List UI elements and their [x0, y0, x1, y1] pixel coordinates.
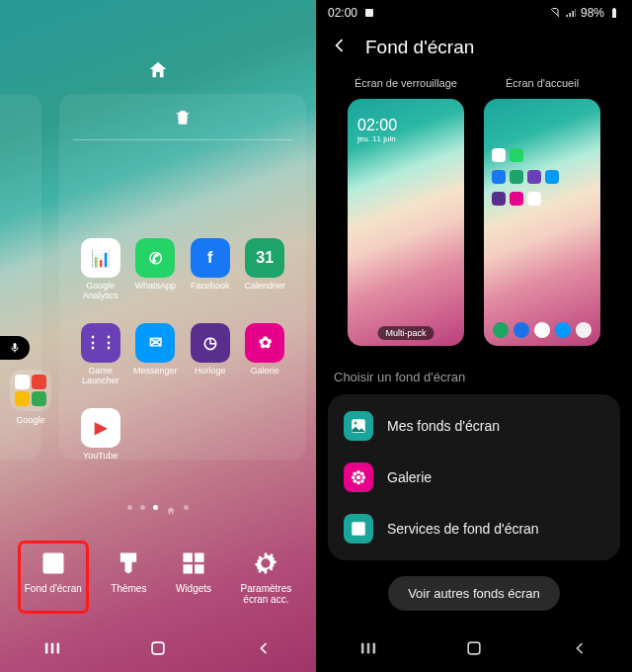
wallpaper-settings-screen: 02:00 98% Fond d'écran Écran de verrouil…	[316, 0, 632, 672]
app-label: YouTube	[83, 452, 118, 462]
status-bar: 02:00 98%	[316, 0, 632, 26]
app-label: Game Launcher	[73, 367, 128, 386]
header: Fond d'écran	[316, 26, 632, 77]
folder-label: Google	[10, 415, 51, 425]
home-editor-screen: 📊Google Analytics✆WhatsAppfFacebook31Cal…	[0, 0, 316, 672]
back-button[interactable]	[570, 638, 590, 662]
page-title: Fond d'écran	[365, 37, 474, 58]
app-label: Facebook	[191, 282, 230, 292]
lockscreen-preview[interactable]: Écran de verrouillage 02:00 jeu. 11 juin…	[348, 77, 464, 346]
wallpaper-source-list: Mes fonds d'écranGalerieServices de fond…	[328, 394, 620, 560]
homescreen-preview[interactable]: Écran d'accueil	[484, 77, 600, 346]
app-label: Horloge	[195, 367, 226, 377]
option-services-de-fond-d-cran[interactable]: Services de fond d'écran	[328, 503, 620, 554]
action-thèmes[interactable]: Thèmes	[105, 542, 152, 613]
svg-rect-5	[195, 564, 203, 573]
svg-rect-6	[152, 642, 164, 654]
back-button[interactable]	[254, 638, 274, 662]
svg-point-14	[356, 480, 360, 484]
svg-rect-9	[613, 8, 615, 9]
svg-rect-8	[612, 9, 616, 18]
app-messenger[interactable]: ✉Messenger	[128, 323, 184, 386]
option-label: Services de fond d'écran	[387, 521, 539, 537]
svg-point-11	[355, 422, 357, 425]
svg-rect-4	[184, 564, 193, 573]
android-navbar	[316, 629, 632, 672]
option-label: Galerie	[387, 469, 432, 485]
svg-point-15	[352, 475, 356, 479]
app-game[interactable]: ⋮⋮Game Launcher	[73, 323, 128, 386]
home-icon[interactable]	[147, 59, 169, 85]
svg-rect-7	[365, 9, 373, 17]
app-icon: ▶	[81, 408, 120, 448]
divider	[73, 139, 292, 140]
svg-rect-2	[184, 553, 193, 562]
app-icon: ◷	[191, 323, 230, 363]
app-calendrier[interactable]: 31Calendrier	[238, 238, 293, 301]
recents-button[interactable]	[358, 638, 378, 662]
homescreen-card[interactable]: 📊Google Analytics✆WhatsAppfFacebook31Cal…	[59, 94, 306, 460]
trash-icon[interactable]	[173, 108, 193, 131]
voice-assistant-pill[interactable]	[0, 336, 30, 360]
action-paramètres[interactable]: Paramètresécran acc.	[235, 542, 298, 613]
option-icon	[344, 411, 373, 441]
home-button[interactable]	[464, 638, 484, 662]
svg-point-12	[356, 475, 361, 480]
app-label: WhatsApp	[134, 282, 176, 292]
option-icon	[344, 462, 373, 492]
app-icon: f	[191, 238, 230, 278]
app-google[interactable]: 📊Google Analytics	[73, 238, 128, 301]
wallpaper-previews: Écran de verrouillage 02:00 jeu. 11 juin…	[316, 77, 632, 356]
battery-icon	[608, 7, 620, 19]
svg-point-18	[360, 471, 364, 475]
app-label: Calendrier	[244, 282, 285, 292]
app-facebook[interactable]: fFacebook	[183, 238, 238, 301]
option-label: Mes fonds d'écran	[387, 418, 500, 434]
option-mes-fonds-d-cran[interactable]: Mes fonds d'écran	[328, 400, 620, 452]
multipack-badge: Multi-pack	[377, 326, 434, 340]
option-galerie[interactable]: Galerie	[328, 452, 620, 503]
signal-icon	[565, 7, 577, 19]
clock: 02:00	[328, 6, 357, 20]
home-button[interactable]	[148, 638, 168, 662]
action-fond[interactable]: Fond d'écran	[19, 542, 88, 613]
app-icon: ✆	[135, 238, 175, 278]
app-label: Google Analytics	[73, 282, 128, 301]
app-label: Galerie	[251, 367, 279, 377]
back-icon[interactable]	[330, 36, 350, 59]
android-navbar	[0, 629, 316, 672]
action-widgets[interactable]: Widgets	[170, 542, 217, 613]
recents-button[interactable]	[42, 638, 62, 662]
svg-point-13	[356, 470, 360, 474]
app-label: Messenger	[133, 367, 178, 377]
app-icon: 📊	[81, 238, 120, 278]
screenshot-icon	[363, 7, 375, 19]
svg-rect-3	[195, 553, 203, 562]
app-horloge[interactable]: ◷Horloge	[183, 323, 238, 386]
battery-percent: 98%	[581, 6, 604, 20]
app-icon: ✿	[245, 323, 284, 363]
google-folder[interactable]	[10, 370, 51, 411]
app-icon: 31	[245, 238, 284, 278]
option-icon	[344, 514, 373, 544]
app-icon: ✉	[135, 323, 175, 363]
no-sim-icon	[549, 7, 561, 19]
svg-point-19	[353, 479, 356, 483]
section-title: Choisir un fond d'écran	[316, 356, 632, 394]
svg-point-16	[361, 475, 365, 479]
svg-rect-22	[468, 642, 480, 654]
svg-point-20	[360, 479, 364, 483]
app-galerie[interactable]: ✿Galerie	[238, 323, 293, 386]
page-indicator[interactable]	[127, 502, 189, 512]
app-youtube[interactable]: ▶YouTube	[73, 408, 128, 462]
app-icon: ⋮⋮	[81, 323, 120, 363]
svg-point-17	[353, 471, 356, 475]
app-whatsapp[interactable]: ✆WhatsApp	[128, 238, 184, 301]
more-wallpapers-button[interactable]: Voir autres fonds écran	[388, 576, 560, 611]
